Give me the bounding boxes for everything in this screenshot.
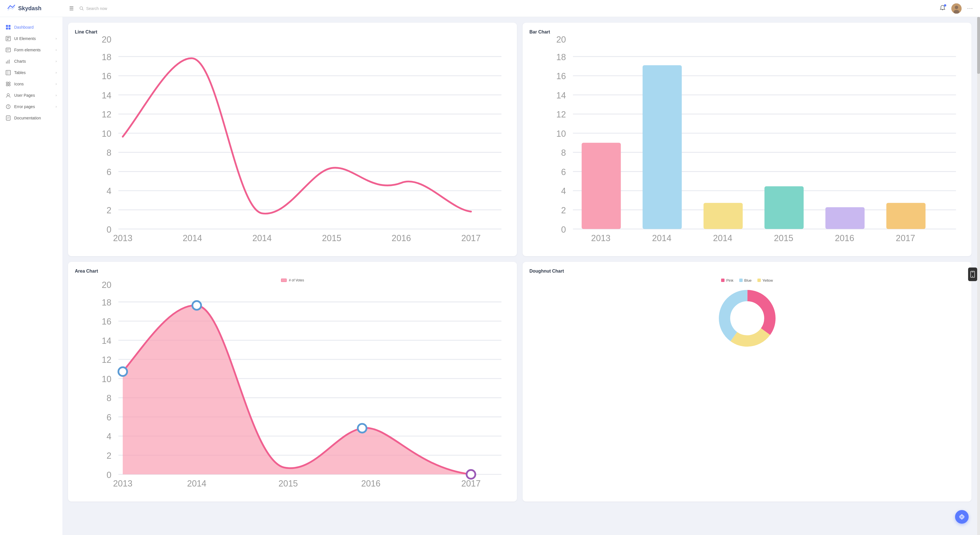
svg-text:6: 6: [107, 167, 111, 177]
svg-text:2013: 2013: [113, 479, 132, 489]
legend-dot-pink: [721, 279, 724, 282]
documentation-icon: [6, 115, 11, 121]
legend-blue: Blue: [739, 278, 752, 283]
svg-rect-10: [7, 37, 10, 38]
logo-icon: [7, 4, 16, 13]
chevron-icon-4: ›: [56, 71, 57, 75]
scrollbar-track[interactable]: [977, 17, 980, 535]
svg-text:2014: 2014: [713, 233, 732, 243]
sidebar-label-error-pages: Error pages: [14, 104, 35, 109]
svg-point-23: [6, 82, 8, 84]
sidebar: Dashboard UI Elements › Form elements ›: [0, 17, 62, 535]
settings-fab[interactable]: [955, 510, 969, 524]
sidebar-label-documentation: Documentation: [14, 116, 41, 120]
sidebar-item-error-pages[interactable]: Error pages ›: [0, 101, 62, 112]
more-options-icon[interactable]: ···: [967, 5, 973, 11]
phone-icon: [970, 271, 975, 278]
svg-rect-8: [8, 27, 11, 30]
svg-text:2: 2: [561, 205, 566, 215]
sidebar-label-dashboard: Dashboard: [14, 25, 34, 30]
menu-icon[interactable]: ☰: [69, 5, 74, 12]
svg-rect-14: [6, 50, 9, 51]
svg-rect-9: [6, 36, 11, 41]
legend-dot-yellow: [757, 279, 761, 282]
svg-point-30: [8, 108, 8, 108]
svg-text:4: 4: [107, 432, 111, 441]
app-body: Dashboard UI Elements › Form elements ›: [0, 17, 980, 535]
datapoint-3: [358, 424, 367, 433]
svg-rect-16: [7, 61, 8, 64]
svg-text:10: 10: [102, 129, 111, 139]
legend-dot-blue: [739, 279, 743, 282]
svg-text:2014: 2014: [652, 233, 671, 243]
scrollbar-thumb[interactable]: [977, 17, 980, 74]
user-avatar[interactable]: [951, 3, 962, 14]
user-pages-icon: [6, 93, 11, 98]
svg-text:2017: 2017: [461, 479, 480, 489]
phone-fab[interactable]: [968, 268, 977, 281]
sidebar-item-tables[interactable]: Tables ›: [0, 67, 62, 78]
bar-chart-title: Bar Chart: [530, 30, 965, 35]
search-bar[interactable]: Search now: [80, 6, 221, 11]
line-chart-title: Line Chart: [75, 30, 510, 35]
svg-rect-17: [9, 60, 10, 64]
bar-2014: [643, 65, 682, 229]
svg-text:4: 4: [561, 186, 566, 196]
header-right: ···: [939, 3, 973, 14]
svg-text:2014: 2014: [183, 233, 202, 243]
line-chart-card: Line Chart 0 2 4 6 8 10 12: [68, 23, 517, 256]
svg-text:14: 14: [102, 91, 111, 100]
sidebar-item-icons[interactable]: Icons ›: [0, 78, 62, 90]
svg-point-117: [972, 276, 973, 277]
svg-text:0: 0: [561, 225, 566, 235]
bar-2014b: [703, 203, 743, 229]
bar-2017: [886, 203, 926, 229]
sidebar-item-ui-elements[interactable]: UI Elements ›: [0, 33, 62, 44]
svg-text:18: 18: [102, 52, 111, 62]
svg-text:2016: 2016: [835, 233, 854, 243]
sidebar-item-form-elements[interactable]: Form elements ›: [0, 44, 62, 56]
svg-text:2013: 2013: [113, 233, 132, 243]
svg-text:2017: 2017: [461, 233, 480, 243]
svg-text:2015: 2015: [774, 233, 793, 243]
svg-text:14: 14: [102, 336, 111, 346]
doughnut-svg: [716, 287, 778, 349]
datapoint-4: [466, 470, 475, 479]
bar-chart-card: Bar Chart 0 2 4 6 8 10 12: [523, 23, 972, 256]
svg-text:2: 2: [107, 451, 111, 461]
sidebar-item-documentation[interactable]: Documentation: [0, 112, 62, 124]
chevron-icon-7: ›: [56, 105, 57, 109]
area-chart-card: Area Chart # of Votes 0 2 4: [68, 262, 517, 502]
search-placeholder: Search now: [86, 6, 107, 11]
area-legend-label: # of Votes: [289, 278, 304, 282]
legend-label-blue: Blue: [745, 278, 752, 283]
notification-icon[interactable]: [939, 5, 946, 12]
dashboard-icon: [6, 25, 11, 30]
chevron-icon-6: ›: [56, 93, 57, 97]
legend-label-yellow: Yellow: [762, 278, 773, 283]
sidebar-item-dashboard[interactable]: Dashboard: [0, 22, 62, 33]
bar-2016: [826, 207, 865, 229]
area-chart-title: Area Chart: [75, 269, 510, 274]
svg-point-115: [961, 516, 963, 518]
bar-2015: [765, 186, 803, 229]
sidebar-item-user-pages[interactable]: User Pages ›: [0, 90, 62, 101]
chevron-icon: ›: [56, 37, 57, 41]
svg-text:16: 16: [102, 71, 111, 81]
svg-point-27: [7, 94, 10, 96]
notification-dot: [944, 4, 946, 6]
svg-text:12: 12: [102, 355, 111, 365]
svg-text:6: 6: [561, 167, 566, 177]
bar-chart-svg: 0 2 4 6 8 10 12 14 16 18 20: [530, 39, 965, 248]
sidebar-item-charts[interactable]: Charts ›: [0, 56, 62, 67]
svg-rect-7: [6, 27, 8, 30]
doughnut-chart-title: Doughnut Chart: [530, 269, 965, 274]
sidebar-label-form-elements: Form elements: [14, 48, 41, 52]
doughnut-legend: Pink Blue Yellow: [721, 278, 773, 283]
logo-text: Skydash: [18, 5, 41, 12]
svg-text:2015: 2015: [278, 479, 298, 489]
datapoint-1: [119, 367, 127, 376]
svg-text:16: 16: [556, 71, 566, 81]
area-legend-box: [281, 279, 287, 282]
tables-icon: [6, 70, 11, 75]
